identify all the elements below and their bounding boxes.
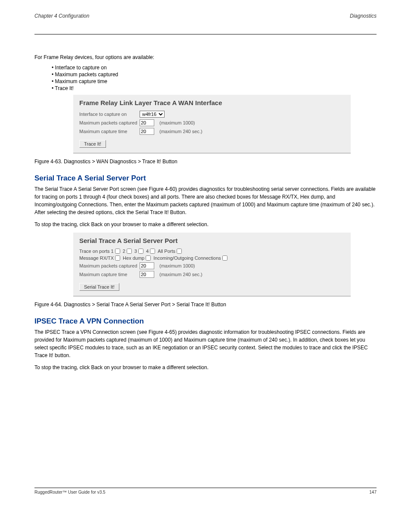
serial-max-packets-input[interactable] [140,262,154,269]
port-4-checkbox[interactable] [150,249,155,254]
interface-label: Interface to capture on [79,112,140,117]
section3-heading: IPSEC Trace A VPN Connection [34,317,377,326]
serial-max-packets-hint: (maximum 1000) [159,263,195,268]
panel2-title: Serial Trace A Serial Server Port [79,237,345,244]
section2-p2: To stop the tracing, click Back on your … [34,221,377,228]
all-ports-checkbox[interactable] [177,249,182,254]
serial-trace-panel: Serial Trace A Serial Server Port Trace … [73,233,351,296]
hex-dump-checkbox[interactable] [146,255,151,261]
serial-max-time-label: Maximum capture time [79,272,140,277]
connections-checkbox[interactable] [222,255,227,261]
port-2-checkbox[interactable] [127,249,132,254]
section2-heading: Serial Trace A Serial Server Port [34,174,377,183]
port-3-label: 3 [134,249,137,254]
all-ports-label: All Ports [158,249,175,254]
bullet-item: Maximum capture time [52,78,377,84]
message-rxtx-label: Message RX/TX [79,255,114,261]
section2-p1: The Serial Trace A Serial Server Port sc… [34,185,377,216]
bullet-item: Trace It! [52,85,377,91]
max-time-input[interactable] [140,128,154,135]
trace-it-button[interactable]: Trace It! [79,140,106,148]
port-4-label: 4 [146,249,149,254]
header-left: Chapter 4 Configuration [34,13,89,19]
port-3-checkbox[interactable] [138,249,143,254]
hex-dump-label: Hex dump [123,255,144,261]
connections-label: Incoming/Outgoing Connections [153,255,221,261]
footer-left: RuggedRouter™ User Guide for v3.5 [34,490,106,495]
frame-relay-panel: Frame Relay Link Layer Trace A WAN Inter… [73,95,351,153]
section3-p2: To stop the tracing, click Back on your … [34,364,377,371]
header-right: Diagnostics [350,13,377,19]
footer: RuggedRouter™ User Guide for v3.5 147 [34,488,377,495]
max-packets-label: Maximum packets captured [79,120,140,125]
interface-select[interactable]: w4fr16 [140,111,165,118]
bullet-item: Interface to capture on [52,65,377,71]
serial-max-time-hint: (maximum 240 sec.) [159,272,202,277]
max-time-label: Maximum capture time [79,129,140,134]
header-divider [34,34,377,34]
figure-caption-2: Figure 4-64. Diagnostics > Serial Trace … [34,302,377,308]
max-packets-input[interactable] [140,119,154,126]
serial-max-time-input[interactable] [140,271,154,278]
message-rxtx-checkbox[interactable] [115,255,120,261]
footer-right: 147 [369,490,377,495]
section3-p1: The IPSEC Trace a VPN Connection screen … [34,328,377,359]
intro-text: For Frame Relay devices, four options ar… [34,54,377,61]
port-2-label: 2 [123,249,125,254]
trace-on-ports-label: Trace on ports 1 [79,249,114,254]
max-time-hint: (maximum 240 sec.) [159,129,202,134]
max-packets-hint: (maximum 1000) [159,120,195,125]
serial-max-packets-label: Maximum packets captured [79,263,140,268]
serial-trace-it-button[interactable]: Serial Trace It! [79,283,119,291]
port-1-checkbox[interactable] [115,249,120,254]
figure-caption-1: Figure 4-63. Diagnostics > WAN Diagnosti… [34,159,377,165]
panel1-title: Frame Relay Link Layer Trace A WAN Inter… [79,99,345,106]
bullet-item: Maximum packets captured [52,72,377,78]
